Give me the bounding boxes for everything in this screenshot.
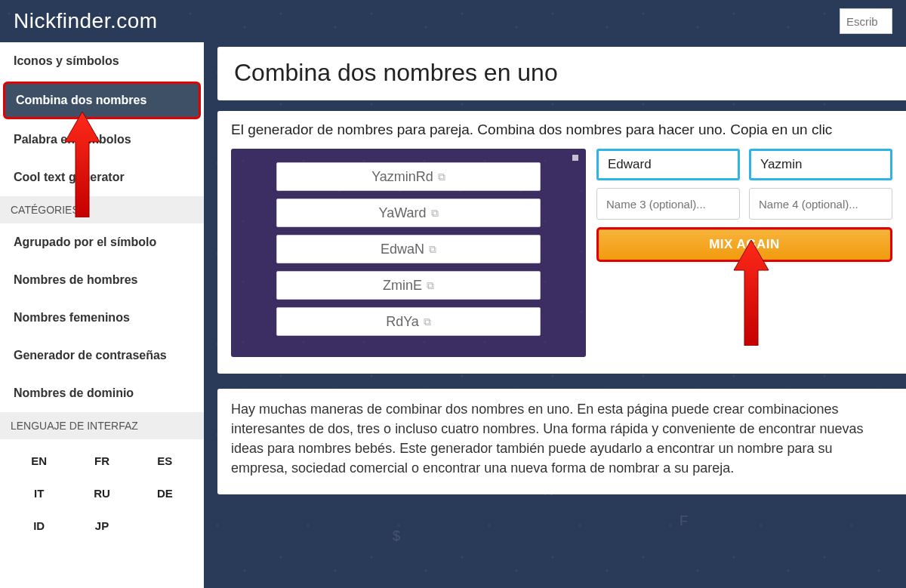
sidebar-section-categories: CATÉGORIES (0, 196, 204, 223)
results-panel: YazminRd ⧉ YaWard ⧉ EdwaN ⧉ ZminE ⧉ (231, 149, 586, 357)
name3-input[interactable] (596, 188, 740, 220)
lang-es[interactable]: ES (135, 447, 195, 475)
result-item[interactable]: YazminRd ⧉ (276, 162, 541, 191)
name2-input[interactable] (749, 149, 892, 180)
sidebar-item-female-names[interactable]: Nombres femeninos (0, 299, 204, 337)
lang-fr[interactable]: FR (72, 447, 131, 475)
generator-card: El generador de nombres para pareja. Com… (217, 111, 906, 374)
page-title: Combina dos nombres en uno (234, 59, 889, 87)
sidebar-item-domains[interactable]: Nombres de dominio (0, 374, 204, 412)
site-logo[interactable]: Nickfinder.com (14, 9, 158, 33)
lang-it[interactable]: IT (9, 479, 69, 507)
sidebar-item-word-symbols[interactable]: Palabra en símbolos (0, 121, 204, 159)
inputs-column: MIX AGAIN (596, 149, 892, 357)
result-text: RdYa (386, 314, 419, 330)
lang-ru[interactable]: RU (72, 479, 131, 507)
result-text: YazminRd (371, 169, 433, 185)
copy-icon: ⧉ (424, 316, 431, 328)
page-title-card: Combina dos nombres en uno (217, 47, 906, 100)
result-text: EdwaN (381, 242, 424, 257)
lang-en[interactable]: EN (9, 447, 69, 475)
result-item[interactable]: EdwaN ⧉ (276, 235, 541, 263)
result-text: ZminE (383, 278, 422, 294)
mix-again-button[interactable]: MIX AGAIN (596, 227, 892, 262)
panel-marker-icon (572, 155, 578, 161)
description-text: Hay muchas maneras de combinar dos nombr… (231, 399, 892, 478)
result-text: YaWard (378, 205, 426, 221)
lang-id[interactable]: ID (9, 512, 69, 540)
name1-input[interactable] (596, 149, 740, 180)
sidebar-item-grouped[interactable]: Agrupado por el símbolo (0, 223, 204, 261)
search-input[interactable] (840, 8, 892, 34)
result-item[interactable]: ZminE ⧉ (276, 271, 541, 300)
lang-de[interactable]: DE (135, 479, 195, 507)
header: Nickfinder.com (0, 0, 906, 42)
main-content: Combina dos nombres en uno El generador … (204, 42, 906, 588)
lang-empty (135, 512, 195, 540)
generator-subtitle: El generador de nombres para pareja. Com… (231, 122, 892, 138)
sidebar-section-language: LENGUAJE DE INTERFAZ (0, 412, 204, 439)
lang-jp[interactable]: JP (72, 512, 131, 540)
copy-icon: ⧉ (438, 171, 445, 183)
name4-input[interactable] (749, 188, 892, 220)
language-grid: EN FR ES IT RU DE ID JP (0, 439, 204, 543)
copy-icon: ⧉ (431, 207, 439, 220)
result-item[interactable]: YaWard ⧉ (276, 199, 541, 227)
result-item[interactable]: RdYa ⧉ (276, 307, 541, 336)
sidebar-item-combine[interactable]: Combina dos nombres (3, 82, 201, 119)
sidebar-item-icons[interactable]: Iconos y símbolos (0, 42, 204, 80)
sidebar-item-male-names[interactable]: Nombres de hombres (0, 261, 204, 299)
copy-icon: ⧉ (427, 279, 434, 292)
sidebar: Iconos y símbolos Combina dos nombres Pa… (0, 42, 204, 588)
copy-icon: ⧉ (429, 243, 436, 256)
description-card: Hay muchas maneras de combinar dos nombr… (217, 389, 906, 494)
sidebar-item-cooltext[interactable]: Cool text generator (0, 159, 204, 196)
sidebar-item-passwords[interactable]: Generador de contraseñas (0, 337, 204, 374)
